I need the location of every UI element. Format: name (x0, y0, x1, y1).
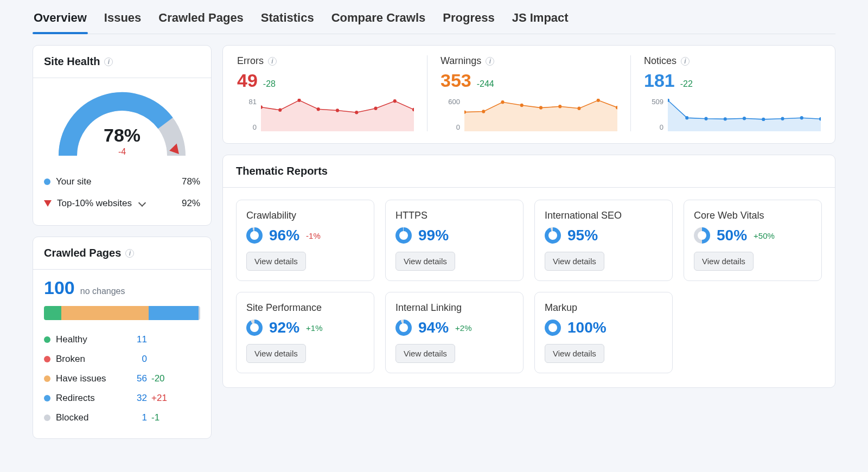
view-details-button[interactable]: View details (545, 252, 604, 271)
crawled-legend-value: 32 (125, 393, 147, 404)
thematic-card-internal-linking: Internal Linking94%+2%View details (385, 292, 524, 373)
view-details-button[interactable]: View details (395, 344, 455, 363)
metric-value: 181 (644, 70, 675, 91)
view-details-button[interactable]: View details (395, 252, 455, 271)
donut-icon (395, 320, 412, 336)
thematic-delta: +50% (754, 231, 775, 240)
metric-value: 353 (441, 70, 471, 91)
metric-errors[interactable]: Errorsi49-28810 (234, 55, 427, 131)
crawled-legend-row[interactable]: Healthy11 (44, 330, 200, 349)
crawled-legend-label: Blocked (56, 412, 88, 423)
svg-point-11 (501, 100, 504, 104)
crawled-legend-delta: -20 (147, 373, 174, 384)
metric-notices[interactable]: Noticesi181-225090 (631, 55, 824, 131)
metric-name: Warnings (441, 55, 481, 67)
bar-segment-healthy[interactable] (44, 306, 61, 320)
info-icon[interactable]: i (486, 57, 494, 66)
svg-point-10 (482, 110, 485, 113)
info-icon[interactable]: i (681, 57, 690, 66)
site-health-gauge: 78% -4 (54, 88, 190, 161)
view-details-button[interactable]: View details (246, 252, 306, 271)
thematic-percent: 50% (717, 227, 747, 244)
svg-point-6 (374, 107, 377, 110)
tab-overview[interactable]: Overview (33, 11, 88, 34)
spark-ytop: 509 (644, 98, 663, 106)
crawled-legend-value: 56 (125, 373, 147, 384)
thematic-card-https: HTTPS99%View details (385, 200, 524, 281)
crawled-legend-row[interactable]: Redirects32+21 (44, 388, 200, 408)
thematic-name: Internal Linking (395, 302, 513, 314)
view-details-button[interactable]: View details (545, 344, 604, 363)
svg-point-25 (800, 116, 803, 119)
tab-statistics[interactable]: Statistics (260, 11, 315, 34)
thematic-percent: 92% (269, 319, 299, 336)
donut-icon (545, 227, 561, 244)
dot-icon (44, 414, 50, 421)
thematic-card-crawlability: Crawlability96%-1%View details (236, 200, 374, 281)
your-site-label: Your site (56, 176, 92, 187)
metric-warnings[interactable]: Warningsi353-2446000 (427, 55, 631, 131)
svg-point-7 (393, 99, 397, 103)
thematic-percent: 100% (567, 319, 607, 336)
thematic-card-markup: Markup100%View details (534, 292, 673, 373)
dot-icon (44, 395, 50, 401)
thematic-name: Site Performance (246, 302, 364, 314)
bar-segment-blocked[interactable] (199, 306, 200, 320)
info-icon[interactable]: i (104, 58, 113, 66)
donut-icon (395, 227, 412, 244)
tab-compare-crawls[interactable]: Compare Crawls (330, 11, 427, 34)
view-details-button[interactable]: View details (246, 344, 306, 363)
svg-point-4 (336, 109, 339, 112)
thematic-name: Core Web Vitals (694, 210, 812, 221)
crawled-legend-label: Redirects (56, 393, 95, 404)
tab-progress[interactable]: Progress (442, 11, 495, 34)
donut-icon (694, 227, 710, 244)
thematic-name: Markup (545, 302, 662, 314)
bar-segment-have-issues[interactable] (61, 306, 149, 320)
tab-issues[interactable]: Issues (103, 11, 143, 34)
site-health-card: Site Health i 78% - (33, 45, 212, 226)
svg-point-23 (762, 118, 765, 121)
thematic-card-international-seo: International SEO95%View details (534, 200, 673, 281)
crawled-pages-total: 100 (44, 277, 75, 298)
tab-js-impact[interactable]: JS Impact (511, 11, 570, 34)
spark-ytop: 600 (441, 98, 460, 106)
thematic-reports-title: Thematic Reports (223, 155, 835, 188)
crawled-legend-label: Broken (56, 354, 85, 365)
crawled-legend-row[interactable]: Blocked1-1 (44, 408, 200, 428)
crawled-legend-delta: +21 (147, 393, 174, 404)
svg-point-1 (278, 109, 282, 112)
svg-point-12 (520, 104, 524, 107)
svg-point-20 (704, 117, 707, 120)
crawled-pages-title: Crawled Pages (44, 247, 121, 259)
bar-segment-redirects[interactable] (149, 306, 199, 320)
spark-ytop: 81 (237, 98, 257, 106)
top10-benchmark-row[interactable]: Top-10% websites 92% (44, 193, 200, 214)
svg-point-24 (781, 117, 784, 120)
thematic-percent: 96% (269, 227, 299, 244)
donut-icon (246, 227, 263, 244)
svg-point-22 (743, 117, 746, 120)
thematic-reports-card: Thematic Reports Crawlability96%-1%View … (222, 155, 835, 388)
thematic-name: Crawlability (246, 210, 364, 221)
site-health-percent: 78% (54, 125, 190, 146)
your-site-value: 78% (182, 176, 200, 187)
metric-delta: -22 (680, 79, 693, 89)
crawled-legend-row[interactable]: Have issues56-20 (44, 369, 200, 388)
sparkline-chart (668, 99, 821, 131)
thematic-percent: 99% (418, 227, 449, 244)
svg-point-15 (577, 107, 580, 110)
dot-icon (44, 356, 50, 362)
crawled-legend-label: Have issues (56, 373, 106, 384)
thematic-percent: 94% (418, 319, 449, 336)
tab-crawled-pages[interactable]: Crawled Pages (157, 11, 245, 34)
donut-icon (545, 320, 561, 336)
svg-point-21 (724, 117, 727, 120)
sparkline-chart (464, 99, 617, 131)
view-details-button[interactable]: View details (694, 252, 754, 271)
info-icon[interactable]: i (125, 249, 134, 258)
thematic-name: International SEO (545, 210, 662, 221)
info-icon[interactable]: i (268, 57, 277, 66)
crawled-legend-row[interactable]: Broken0 (44, 349, 200, 369)
thematic-card-site-performance: Site Performance92%+1%View details (236, 292, 374, 373)
